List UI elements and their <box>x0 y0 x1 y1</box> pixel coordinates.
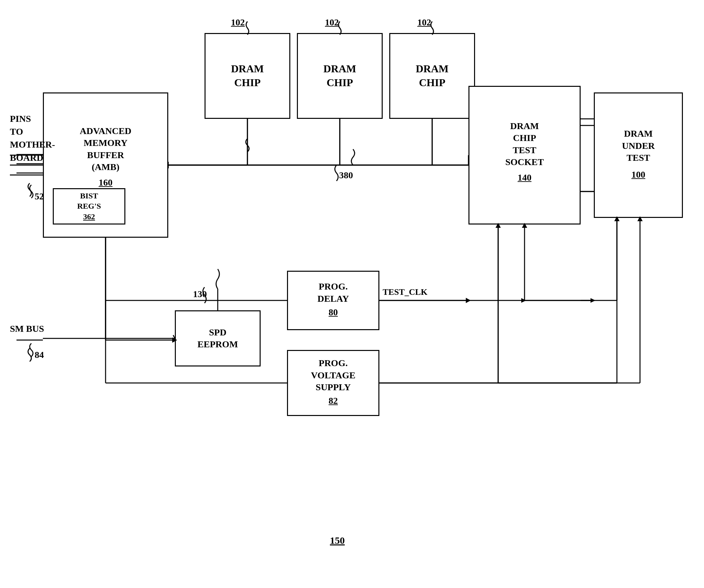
bist-regs-box: BIST REG'S 362 <box>53 188 125 224</box>
dram2-ref: 102 <box>325 17 339 28</box>
dram-chip-1: DRAM CHIP <box>204 33 290 119</box>
dram1-ref: 102 <box>231 17 245 28</box>
dram-chip-test-socket: DRAM CHIP TEST SOCKET 140 <box>468 86 581 224</box>
bist-ref: 362 <box>83 212 95 222</box>
dram3-ref: 102 <box>417 17 431 28</box>
sm-bus-label: SM BUS <box>10 324 44 334</box>
dut-ref: 100 <box>632 169 645 180</box>
svg-text:130: 130 <box>193 289 207 299</box>
spd-eeprom-box: SPD EEPROM <box>175 310 260 367</box>
dram-under-test-box: DRAM UNDER TEST 100 <box>594 93 683 218</box>
dram-chip-2: DRAM CHIP <box>297 33 383 119</box>
prog-delay-box: PROG. DELAY 80 <box>287 271 379 330</box>
test-clk-label: TEST_CLK <box>383 287 427 297</box>
svg-marker-18 <box>590 298 595 303</box>
dram-chip-3: DRAM CHIP <box>389 33 475 119</box>
pins-to-motherboard-label: PINSTOMOTHER-BOARD <box>10 112 55 164</box>
svg-text:84: 84 <box>35 350 44 360</box>
prog-voltage-ref: 82 <box>329 395 338 407</box>
diagram-ref-150: 150 <box>330 535 345 546</box>
amb-ref: 160 <box>99 177 113 189</box>
socket-ref: 140 <box>518 172 531 183</box>
svg-text:52: 52 <box>35 191 44 201</box>
prog-delay-ref: 80 <box>329 306 338 318</box>
prog-voltage-box: PROG. VOLTAGE SUPPLY 82 <box>287 350 379 416</box>
svg-text:380: 380 <box>339 170 353 180</box>
